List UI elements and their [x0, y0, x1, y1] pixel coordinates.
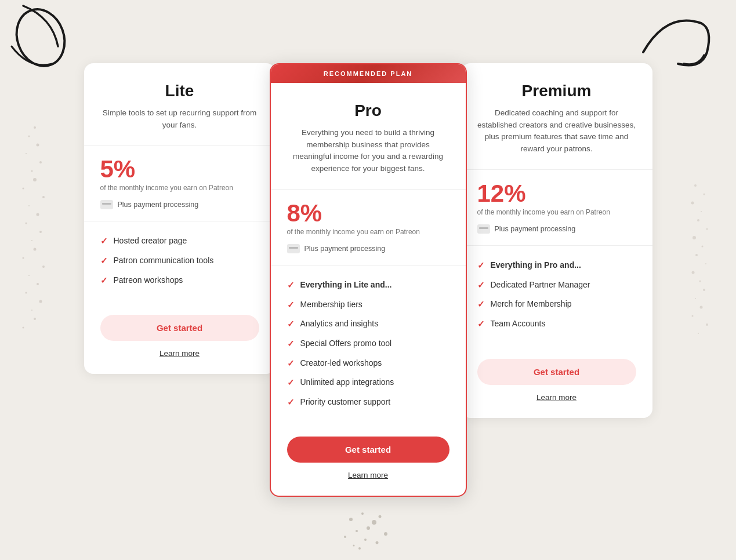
lite-learn-more-link[interactable]: Learn more [159, 349, 200, 358]
svg-point-8 [23, 188, 24, 190]
check-icon: ✓ [287, 358, 295, 369]
premium-header: Premium Dedicated coaching and support f… [461, 63, 652, 170]
lite-price-desc: of the monthly income you earn on Patreo… [100, 184, 259, 192]
check-icon: ✓ [287, 377, 295, 388]
svg-point-7 [33, 178, 37, 181]
list-item: ✓ Patron communication tools [100, 255, 259, 267]
premium-price-desc: of the monthly income you earn on Patreo… [477, 208, 636, 216]
svg-point-23 [34, 318, 36, 320]
list-item: ✓ Creator-led workshops [287, 358, 449, 369]
feature-text: Everything in Lite and... [300, 279, 392, 291]
list-item: ✓ Everything in Lite and... [287, 279, 449, 291]
lite-plan-name: Lite [100, 82, 259, 100]
list-item: ✓ Team Accounts [477, 318, 636, 330]
lite-get-started-button[interactable]: Get started [100, 315, 259, 341]
svg-point-45 [372, 520, 376, 525]
check-icon: ✓ [100, 275, 108, 286]
svg-point-14 [31, 240, 32, 241]
pro-pricing: 8% of the monthly income you earn on Pat… [271, 190, 466, 266]
svg-point-28 [701, 211, 702, 212]
svg-point-49 [344, 536, 346, 538]
svg-point-20 [26, 292, 27, 294]
check-icon: ✓ [287, 397, 295, 408]
lite-payment-processing: Plus payment processing [100, 200, 259, 209]
pro-header: Pro Everything you need to build a thriv… [271, 83, 466, 190]
svg-point-32 [702, 246, 704, 248]
plan-card-premium: Premium Dedicated coaching and support f… [461, 63, 652, 418]
check-icon: ✓ [287, 319, 295, 329]
feature-text: Creator-led workshops [300, 358, 382, 369]
feature-text: Everything in Pro and... [491, 260, 581, 271]
check-icon: ✓ [100, 236, 108, 246]
svg-point-47 [367, 526, 370, 530]
premium-payment-processing: Plus payment processing [477, 224, 636, 234]
svg-point-52 [353, 545, 354, 547]
lite-footer: Get started Learn more [84, 306, 275, 374]
credit-card-icon [287, 244, 300, 253]
svg-point-4 [26, 153, 27, 154]
check-icon: ✓ [477, 319, 485, 329]
check-icon: ✓ [287, 280, 295, 290]
lite-payment-text: Plus payment processing [118, 201, 199, 209]
svg-point-53 [375, 541, 378, 544]
pro-plan-description: Everything you need to build a thriving … [287, 127, 449, 176]
feature-text: Priority customer support [300, 397, 391, 408]
pro-footer: Get started Learn more [271, 427, 466, 496]
feature-text: Patreon workshops [114, 275, 183, 286]
lite-pricing: 5% of the monthly income you earn on Pat… [84, 146, 275, 221]
svg-point-34 [705, 263, 706, 264]
premium-plan-description: Dedicated coaching and support for estab… [477, 107, 636, 156]
pro-price-percent: 8% [287, 201, 449, 226]
feature-text: Team Accounts [491, 318, 546, 330]
svg-point-41 [706, 323, 708, 326]
svg-point-46 [356, 530, 358, 532]
pro-learn-more-link[interactable]: Learn more [348, 471, 388, 479]
premium-plan-name: Premium [477, 82, 636, 100]
check-icon: ✓ [477, 280, 485, 290]
list-item: ✓ Unlimited app integrations [287, 377, 449, 388]
feature-text: Dedicated Partner Manager [491, 279, 590, 291]
svg-point-39 [700, 306, 703, 309]
pro-get-started-button[interactable]: Get started [287, 437, 449, 463]
feature-text: Merch for Membership [491, 299, 572, 310]
svg-point-1 [34, 126, 36, 129]
list-item: ✓ Special Offers promo tool [287, 338, 449, 350]
list-item: ✓ Merch for Membership [477, 299, 636, 310]
credit-card-icon [477, 224, 490, 234]
list-item: ✓ Hosted creator page [100, 235, 259, 247]
svg-point-16 [23, 257, 24, 259]
pro-price-desc: of the monthly income you earn on Patreo… [287, 228, 449, 236]
pro-features: ✓ Everything in Lite and... ✓ Membership… [271, 266, 466, 427]
feature-text: Patron communication tools [114, 255, 214, 267]
pro-payment-text: Plus payment processing [304, 245, 386, 253]
list-item: ✓ Membership tiers [287, 299, 449, 311]
pro-payment-processing: Plus payment processing [287, 244, 449, 253]
check-icon: ✓ [477, 299, 485, 310]
lite-plan-description: Simple tools to set up recurring support… [100, 107, 259, 132]
list-item: ✓ Patreon workshops [100, 275, 259, 286]
svg-point-54 [358, 547, 361, 550]
premium-get-started-button[interactable]: Get started [477, 359, 636, 385]
credit-card-icon [100, 200, 113, 209]
premium-learn-more-link[interactable]: Learn more [536, 393, 577, 402]
list-item: ✓ Dedicated Partner Manager [477, 279, 636, 291]
svg-point-10 [28, 205, 30, 206]
feature-text: Membership tiers [300, 299, 362, 311]
svg-point-12 [26, 223, 27, 224]
feature-text: Analytics and insights [300, 318, 379, 330]
svg-point-24 [23, 327, 24, 329]
plan-card-lite: Lite Simple tools to set up recurring su… [84, 63, 275, 374]
svg-point-2 [28, 136, 30, 137]
pro-plan-name: Pro [287, 101, 449, 120]
feature-text: Special Offers promo tool [300, 338, 392, 350]
lite-price-percent: 5% [100, 157, 259, 181]
svg-point-15 [34, 248, 37, 251]
check-icon: ✓ [287, 339, 295, 349]
lite-header: Lite Simple tools to set up recurring su… [84, 63, 275, 146]
premium-price-percent: 12% [477, 181, 636, 206]
check-icon: ✓ [100, 256, 108, 266]
recommended-banner: RECOMMENDED PLAN [271, 64, 466, 83]
lite-features: ✓ Hosted creator page ✓ Patron communica… [84, 221, 275, 306]
svg-point-18 [28, 275, 30, 276]
premium-features: ✓ Everything in Pro and... ✓ Dedicated P… [461, 246, 652, 349]
